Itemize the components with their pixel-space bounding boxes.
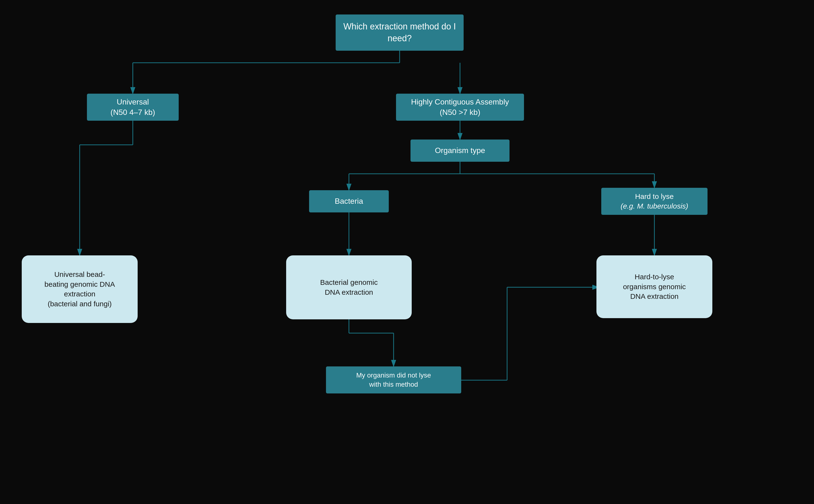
organism-type-box: Organism type [411,140,510,162]
hca-box: Highly Contiguous Assembly(N50 >7 kb) [396,94,524,121]
not-lyse-box: My organism did not lysewith this method [326,366,461,393]
diagram-container: Which extraction method do I need? Unive… [0,0,814,504]
root-box: Which extraction method do I need? [336,14,464,51]
connector-lines [0,0,814,504]
universal-result-box: Universal bead-beating genomic DNAextrac… [22,255,138,323]
universal-box: Universal(N50 4–7 kb) [87,94,179,121]
hard-result-box: Hard-to-lyseorganisms genomicDNA extract… [597,255,712,318]
bacterial-result-box: Bacterial genomicDNA extraction [286,255,412,319]
hard-to-lyse-box: Hard to lyse(e.g. M. tuberculosis) [601,188,708,215]
bacteria-box: Bacteria [309,190,389,212]
